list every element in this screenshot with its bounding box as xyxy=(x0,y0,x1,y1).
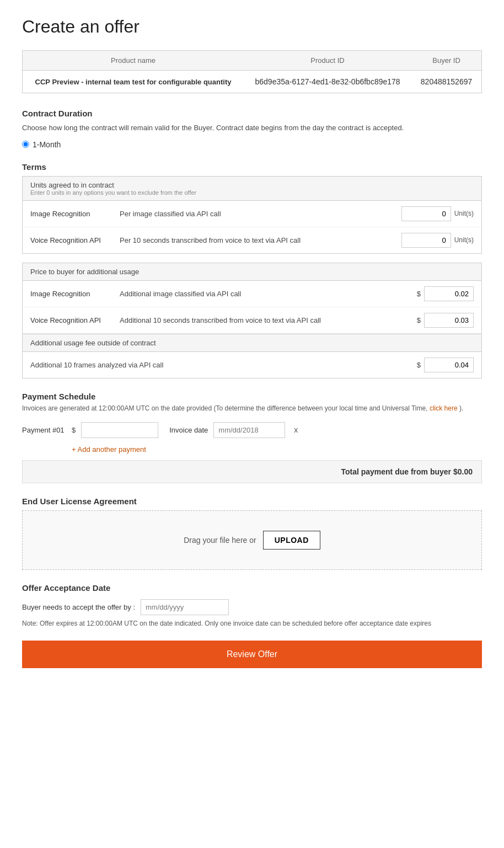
acceptance-date-input[interactable] xyxy=(141,599,229,615)
payment-dollar: $ xyxy=(72,426,76,434)
eula-section: End User License Agreement Drag your fil… xyxy=(22,497,482,570)
upload-button[interactable]: UPLOAD xyxy=(263,531,320,550)
voice-recognition-input-wrap: Unit(s) xyxy=(401,233,474,248)
price-row-image: Image Recognition Additional image class… xyxy=(23,281,481,307)
image-recognition-label: Image Recognition xyxy=(30,210,113,218)
review-offer-button[interactable]: Review Offer xyxy=(22,641,482,668)
additional-usage-header: Additional usage fee outside of contract xyxy=(23,334,481,352)
price-box: Price to buyer for additional usage Imag… xyxy=(22,263,482,378)
dollar-sign-1: $ xyxy=(417,290,421,298)
page-title: Create an offer xyxy=(22,17,482,37)
table-row: CCP Preview - internal team test for con… xyxy=(23,71,482,93)
payment-01-amount-input[interactable] xyxy=(81,422,158,438)
price-voice-input-wrap: $ xyxy=(417,313,474,328)
dollar-sign-2: $ xyxy=(417,316,421,324)
voice-recognition-units-input[interactable] xyxy=(401,233,451,248)
payment-schedule-section: Payment Schedule Invoices are generated … xyxy=(22,392,482,483)
click-here-link[interactable]: click here xyxy=(430,404,458,412)
payment-schedule-desc: Invoices are generated at 12:00:00AM UTC… xyxy=(22,403,482,413)
acceptance-row: Buyer needs to accept the offer by : xyxy=(22,599,482,615)
units-sub-header: Enter 0 units in any options you want to… xyxy=(30,189,474,196)
units-row-voice: Voice Recognition API Per 10 seconds tra… xyxy=(23,227,481,253)
contract-duration-section: Contract Duration Choose how long the co… xyxy=(22,109,482,149)
total-payment-label: Total payment due from buyer $0.00 xyxy=(341,467,473,476)
offer-acceptance-section: Offer Acceptance Date Buyer needs to acc… xyxy=(22,583,482,627)
voice-recognition-label: Voice Recognition API xyxy=(30,236,113,244)
terms-section: Terms Units agreed to in contract Enter … xyxy=(22,162,482,378)
price-header: Price to buyer for additional usage xyxy=(23,263,481,281)
dollar-sign-3: $ xyxy=(417,361,421,369)
product-id-cell: b6d9e35a-6127-4ed1-8e32-0b6fbc89e178 xyxy=(244,71,411,93)
col-header-product-id: Product ID xyxy=(244,51,411,71)
payment-desc-end: ). xyxy=(459,404,463,412)
upload-drop-zone[interactable]: Drag your file here or UPLOAD xyxy=(22,510,482,570)
additional-usage-input[interactable] xyxy=(424,358,474,372)
voice-recognition-desc: Per 10 seconds transcribed from voice to… xyxy=(120,236,395,244)
image-recognition-desc: Per image classified via API call xyxy=(120,210,395,218)
col-header-buyer-id: Buyer ID xyxy=(411,51,481,71)
price-voice-input[interactable] xyxy=(424,313,474,328)
remove-payment-button[interactable]: x xyxy=(291,424,301,435)
total-payment-bar: Total payment due from buyer $0.00 xyxy=(22,460,482,483)
product-table: Product name Product ID Buyer ID CCP Pre… xyxy=(22,50,482,93)
units-header-text: Units agreed to in contract xyxy=(30,181,474,189)
units-header: Units agreed to in contract Enter 0 unit… xyxy=(23,177,481,201)
price-image-input[interactable] xyxy=(424,286,474,301)
buyer-id-cell: 820488152697 xyxy=(411,71,481,93)
contract-duration-desc: Choose how long the contract will remain… xyxy=(22,122,482,134)
payment-01-row: Payment #01 $ Invoice date x xyxy=(22,422,482,438)
units-row-image: Image Recognition Per image classified v… xyxy=(23,201,481,227)
price-image-label: Image Recognition xyxy=(30,290,113,298)
payment-schedule-title: Payment Schedule xyxy=(22,392,482,401)
invoice-date-input[interactable] xyxy=(213,422,285,438)
terms-title: Terms xyxy=(22,162,482,172)
additional-usage-label: Additional 10 frames analyzed via API ca… xyxy=(30,361,410,369)
offer-acceptance-title: Offer Acceptance Date xyxy=(22,583,482,593)
duration-label: 1-Month xyxy=(33,140,61,149)
additional-usage-input-wrap: $ xyxy=(417,358,474,372)
invoice-date-label: Invoice date xyxy=(169,426,208,434)
drag-text: Drag your file here or xyxy=(184,536,256,545)
image-recognition-units-input[interactable] xyxy=(401,206,451,221)
price-header-text: Price to buyer for additional usage xyxy=(30,268,474,276)
payment-desc-text: Invoices are generated at 12:00:00AM UTC… xyxy=(22,404,428,412)
price-row-voice: Voice Recognition API Additional 10 seco… xyxy=(23,307,481,334)
price-image-desc: Additional image classified via API call xyxy=(120,290,410,298)
payment-01-label: Payment #01 xyxy=(22,426,66,434)
add-payment-row: + Add another payment xyxy=(22,445,482,454)
acceptance-note: Note: Offer expires at 12:00:00AM UTC on… xyxy=(22,620,482,627)
voice-recognition-unit: Unit(s) xyxy=(454,236,474,244)
units-box: Units agreed to in contract Enter 0 unit… xyxy=(22,176,482,254)
contract-duration-option: 1-Month xyxy=(22,140,482,149)
price-voice-desc: Additional 10 seconds transcribed from v… xyxy=(120,316,410,324)
acceptance-label: Buyer needs to accept the offer by : xyxy=(22,603,135,611)
additional-usage-row: Additional 10 frames analyzed via API ca… xyxy=(23,352,481,378)
image-recognition-input-wrap: Unit(s) xyxy=(401,206,474,221)
duration-radio[interactable] xyxy=(22,141,29,148)
col-header-product-name: Product name xyxy=(23,51,244,71)
add-payment-button[interactable]: + Add another payment xyxy=(72,445,146,454)
price-image-input-wrap: $ xyxy=(417,286,474,301)
contract-duration-title: Contract Duration xyxy=(22,109,482,118)
image-recognition-unit: Unit(s) xyxy=(454,210,474,217)
price-voice-label: Voice Recognition API xyxy=(30,316,113,324)
product-name-cell: CCP Preview - internal team test for con… xyxy=(23,71,244,93)
eula-title: End User License Agreement xyxy=(22,497,482,506)
